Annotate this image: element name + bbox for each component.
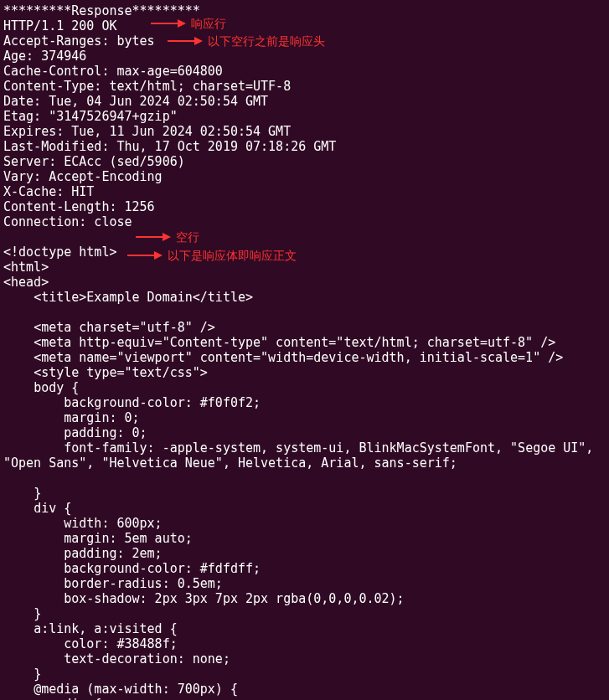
svg-marker-5 (163, 233, 171, 241)
svg-marker-3 (194, 37, 203, 45)
terminal-output: *********Response********* HTTP/1.1 200 … (3, 3, 606, 700)
annotation-1: 以下空行之前是响应头 (168, 33, 325, 49)
annotation-label: 空行 (176, 229, 199, 244)
arrow-icon (168, 36, 203, 46)
annotation-3: 以下是响应体即响应正文 (127, 248, 297, 263)
arrow-icon (127, 250, 163, 260)
annotation-label: 响应行 (191, 16, 226, 31)
arrow-icon (136, 232, 171, 242)
annotation-0: 响应行 (151, 16, 226, 31)
terminal-container: *********Response********* HTTP/1.1 200 … (3, 3, 606, 700)
annotation-label: 以下是响应体即响应正文 (168, 248, 297, 263)
annotation-label: 以下空行之前是响应头 (208, 33, 325, 49)
annotation-2: 空行 (136, 229, 199, 244)
arrow-icon (151, 18, 186, 28)
svg-marker-7 (154, 251, 163, 260)
svg-marker-1 (178, 19, 186, 28)
